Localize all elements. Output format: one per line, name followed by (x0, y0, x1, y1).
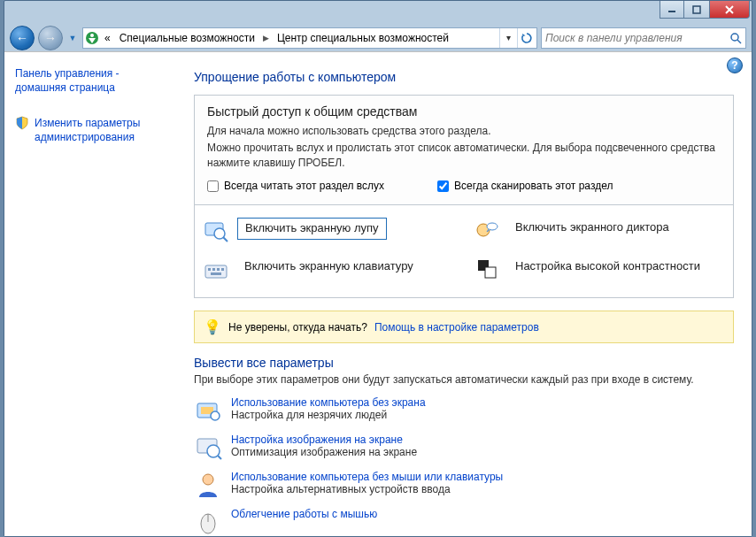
svg-rect-0 (668, 11, 675, 12)
link-text: администрирования (35, 131, 135, 143)
maximize-button[interactable] (684, 1, 709, 19)
svg-rect-15 (221, 268, 224, 271)
svg-line-8 (223, 237, 228, 242)
svg-rect-14 (217, 268, 220, 271)
search-icon[interactable] (729, 32, 742, 44)
forward-button[interactable] (38, 26, 63, 50)
address-dropdown[interactable]: ▾ (499, 28, 517, 48)
opt-desc: Оптимизация изображения на экране (231, 446, 417, 458)
list-item: Настройка изображения на экране Оптимиза… (194, 433, 734, 462)
contrast-item[interactable]: Настройка высокой контрастности (474, 257, 724, 281)
recommendations-link[interactable]: Помощь в настройке параметров (374, 321, 539, 334)
window-controls (660, 1, 750, 19)
quick-tools-grid: Включить экранную лупу Включить экранног… (194, 205, 734, 298)
all-settings-heading: Вывести все параметры (194, 356, 734, 370)
magnifier-icon (204, 218, 228, 242)
opt-desc: Настройка альтернативных устройств ввода (231, 483, 503, 495)
link-text: Изменить параметры (35, 117, 140, 129)
content-area: ? Панель управления - домашняя страница … (4, 51, 752, 536)
info-prompt: Не уверены, откуда начать? (228, 321, 367, 334)
shield-icon (15, 116, 29, 130)
opt-link[interactable]: Облегчение работы с мышью (231, 508, 377, 520)
always-read-checkbox[interactable]: Всегда читать этот раздел вслух (207, 180, 384, 192)
contrast-icon (474, 257, 499, 281)
magnifier-item[interactable]: Включить экранную лупу (204, 218, 453, 242)
close-button[interactable] (709, 1, 750, 19)
keyboard-icon (204, 257, 228, 281)
quick-access-text2: Можно прочитать вслух и пролистать этот … (207, 141, 721, 171)
search-placeholder: Поиск в панели управления (545, 32, 683, 44)
breadcrumb-seg2[interactable]: Центр специальных возможностей (274, 28, 452, 48)
opt-desc: Настройка для незрячих людей (231, 409, 426, 421)
breadcrumb-seg1[interactable]: Специальные возможности (116, 28, 258, 48)
all-settings-lead: При выборе этих параметров они будут зап… (194, 373, 734, 386)
svg-line-24 (218, 456, 221, 459)
sidebar: Панель управления - домашняя страница Из… (4, 52, 190, 536)
main-panel: Упрощение работы с компьютером Быстрый д… (190, 52, 752, 536)
navigation-row: ▼ « Специальные возможности ▶ Центр спец… (4, 24, 752, 50)
svg-point-4 (731, 34, 738, 41)
settings-list: Использование компьютера без экрана Наст… (194, 396, 734, 536)
breadcrumb-back[interactable]: « (101, 28, 114, 48)
display-icon (194, 433, 222, 462)
refresh-button[interactable] (517, 28, 535, 48)
list-item: Облегчение работы с мышью (194, 508, 734, 536)
address-bar[interactable]: « Специальные возможности ▶ Центр специа… (82, 27, 537, 49)
osk-label: Включить экранную клавиатуру (237, 257, 420, 277)
opt-link[interactable]: Использование компьютера без экрана (231, 396, 426, 409)
narrator-icon (474, 218, 499, 242)
minimize-button[interactable] (660, 1, 684, 19)
chevron-right-icon[interactable]: ▶ (260, 34, 272, 42)
history-dropdown[interactable]: ▼ (66, 27, 79, 49)
checkbox-label: Всегда сканировать этот раздел (454, 180, 613, 192)
list-item: Использование компьютера без экрана Наст… (194, 396, 734, 425)
magnifier-label: Включить экранную лупу (237, 218, 387, 240)
admin-settings-link[interactable]: Изменить параметры администрирования (35, 116, 140, 144)
quick-access-box: Быстрый доступ к общим средствам Для нач… (194, 95, 734, 205)
titlebar (4, 1, 752, 24)
checkbox-row: Всегда читать этот раздел вслух Всегда с… (207, 180, 721, 192)
link-text: домашняя страница (15, 81, 115, 94)
list-item: Использование компьютера без мыши или кл… (194, 471, 734, 499)
person-icon (194, 471, 222, 499)
svg-rect-12 (208, 268, 211, 271)
svg-point-21 (211, 411, 220, 420)
svg-rect-16 (211, 272, 221, 275)
svg-point-25 (203, 474, 213, 485)
back-button[interactable] (10, 26, 35, 50)
help-icon[interactable]: ? (727, 58, 743, 73)
control-panel-home-link[interactable]: Панель управления - домашняя страница (15, 66, 180, 95)
ease-of-access-icon (85, 31, 99, 45)
arrow-right-icon (44, 31, 57, 45)
checkbox-input[interactable] (207, 180, 219, 192)
mouse-icon (194, 508, 222, 536)
control-panel-window: ▼ « Специальные возможности ▶ Центр спец… (4, 0, 752, 537)
blind-icon (194, 396, 222, 425)
svg-line-5 (737, 40, 741, 43)
quick-access-heading: Быстрый доступ к общим средствам (207, 104, 721, 119)
link-text: Панель управления - (15, 67, 120, 80)
arrow-left-icon (16, 31, 28, 45)
lightbulb-icon: 💡 (204, 318, 221, 335)
svg-rect-18 (485, 267, 496, 278)
info-bar: 💡 Не уверены, откуда начать? Помощь в на… (194, 311, 734, 343)
quick-access-text1: Для начала можно использовать средства э… (207, 124, 721, 139)
checkbox-input[interactable] (437, 180, 449, 192)
opt-link[interactable]: Настройка изображения на экране (231, 433, 417, 446)
svg-point-23 (207, 445, 220, 457)
narrator-label: Включить экранного диктора (508, 218, 676, 238)
sidebar-item-admin: Изменить параметры администрирования (15, 116, 180, 144)
search-box[interactable]: Поиск в панели управления (541, 27, 746, 49)
page-title: Упрощение работы с компьютером (194, 70, 734, 84)
contrast-label: Настройка высокой контрастности (508, 257, 707, 277)
svg-point-10 (487, 223, 498, 230)
always-scan-checkbox[interactable]: Всегда сканировать этот раздел (437, 180, 613, 192)
svg-rect-13 (212, 268, 215, 271)
svg-point-3 (90, 34, 94, 37)
osk-item[interactable]: Включить экранную клавиатуру (204, 257, 453, 281)
svg-rect-11 (205, 265, 227, 278)
svg-rect-1 (693, 6, 700, 13)
opt-link[interactable]: Использование компьютера без мыши или кл… (231, 471, 503, 483)
checkbox-label: Всегда читать этот раздел вслух (224, 180, 384, 192)
narrator-item[interactable]: Включить экранного диктора (474, 218, 724, 242)
